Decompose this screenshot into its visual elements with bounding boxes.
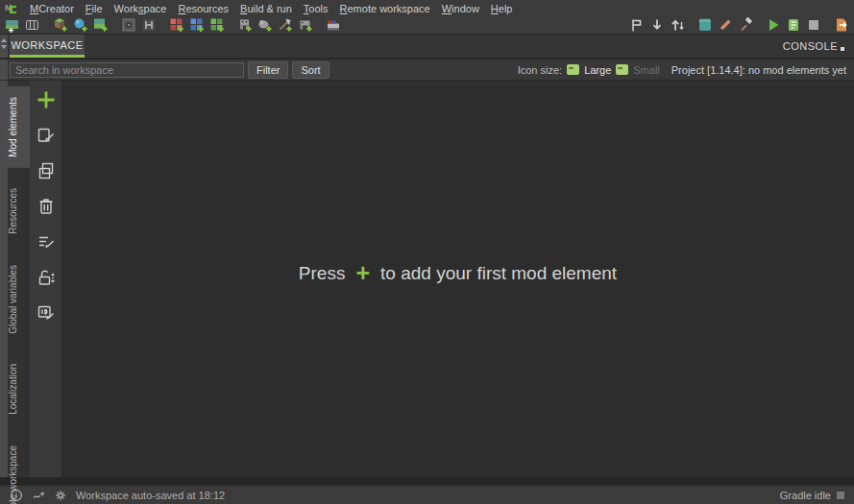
plus-icon: + (355, 261, 370, 285)
tab-console-label: CONSOLE (783, 40, 838, 52)
menu-resources[interactable]: Resources (172, 1, 234, 16)
project-status-text: Project [1.14.4]: no mod elements yet (671, 64, 846, 76)
filter-button[interactable]: Filter (248, 61, 288, 79)
clean-build-icon[interactable] (718, 17, 733, 33)
empty-state-message: Press + to add your first mod element (299, 261, 617, 285)
left-splitter[interactable] (0, 81, 8, 477)
autosave-status-text: Workspace auto-saved at 18:12 (76, 490, 225, 501)
gradle-status-text: Gradle idle (780, 490, 831, 501)
open-workspace-icon[interactable] (25, 17, 40, 33)
new-creature-icon[interactable] (298, 17, 313, 33)
sidebar-item-remote-workspace[interactable]: Remote workspace (8, 435, 30, 504)
duplicate-element-icon[interactable] (36, 160, 57, 181)
connection-icon[interactable] (32, 489, 45, 502)
tab-console[interactable]: CONSOLE (783, 35, 854, 58)
block-tool-icon[interactable] (121, 17, 136, 33)
empty-message-suffix: to add your first mod element (380, 263, 617, 284)
panel-collapse-handle-extension (0, 60, 8, 80)
gradle-status: Gradle idle (780, 490, 844, 501)
delete-element-icon[interactable] (36, 196, 57, 217)
menu-workspace[interactable]: Workspace (109, 1, 173, 16)
item-tool-icon[interactable] (141, 17, 157, 33)
new-tool-icon[interactable] (278, 17, 293, 33)
mod-elements-empty-area: Press + to add your first mod element (61, 81, 854, 477)
view-tab-bar: WORKSPACE CONSOLE (0, 35, 854, 60)
new-armor-texture-icon[interactable] (93, 17, 109, 33)
new-biome-icon[interactable] (257, 17, 273, 33)
menu-build-run[interactable]: Build & run (234, 1, 298, 16)
collapse-down-icon (1, 45, 7, 49)
sidebar-item-localization[interactable]: Localization (8, 353, 30, 425)
new-block-texture-icon[interactable] (53, 17, 68, 33)
run-server-icon[interactable] (786, 17, 801, 33)
build-workspace-icon[interactable] (738, 17, 753, 33)
push-changes-icon[interactable] (670, 17, 685, 33)
add-mod-element-icon[interactable] (36, 89, 57, 110)
new-workspace-icon[interactable] (5, 17, 20, 33)
main-toolbar (0, 16, 854, 35)
version-control-icon[interactable] (629, 17, 645, 33)
gradle-status-icon (837, 492, 844, 499)
edit-element-ids-icon[interactable] (36, 302, 57, 324)
green-texture-pack-icon[interactable] (209, 17, 225, 33)
new-item-texture-icon[interactable] (73, 17, 88, 33)
export-mod-icon[interactable] (834, 17, 849, 33)
blue-texture-pack-icon[interactable] (189, 17, 205, 33)
large-icons-label[interactable]: Large (584, 64, 611, 76)
menu-help[interactable]: Help (485, 1, 519, 16)
menu-window[interactable]: Window (436, 1, 485, 16)
open-console-icon[interactable] (697, 17, 713, 33)
mcreator-logo-icon: M (5, 3, 18, 14)
red-texture-pack-icon[interactable] (169, 17, 184, 33)
run-client-icon[interactable] (766, 17, 781, 33)
icon-size-label: Icon size: (518, 64, 562, 76)
workspace-search-bar: Filter Sort Icon size: Large Small Proje… (0, 60, 854, 81)
menu-remote-workspace[interactable]: Remote workspace (334, 1, 436, 16)
sidebar-section-tabs: Mod elements Resources Global variables … (8, 81, 30, 477)
edit-registry-names-icon[interactable] (36, 231, 57, 252)
mcreator-window: M MCreator File Workspace Resources Buil… (0, 0, 854, 504)
tab-workspace[interactable]: WORKSPACE (10, 35, 85, 58)
search-input[interactable] (10, 62, 244, 78)
empty-message-prefix: Press (299, 263, 346, 284)
collapse-up-icon (1, 38, 7, 42)
sort-button[interactable]: Sort (292, 61, 329, 79)
small-icons-label[interactable]: Small (633, 64, 660, 76)
new-mob-icon[interactable] (237, 17, 253, 33)
small-icons-icon[interactable] (616, 64, 628, 75)
tab-workspace-label: WORKSPACE (11, 39, 83, 51)
edit-element-icon[interactable] (36, 125, 57, 146)
menu-mcreator[interactable]: MCreator (24, 1, 80, 16)
sidebar-item-global-variables[interactable]: Global variables (8, 254, 30, 345)
large-icons-icon[interactable] (567, 64, 579, 75)
element-actions-toolbar (30, 81, 61, 477)
menu-bar: M MCreator File Workspace Resources Buil… (0, 0, 854, 16)
workspace-content: Mod elements Resources Global variables … (0, 81, 854, 477)
stop-gradle-icon[interactable] (806, 17, 821, 33)
pull-changes-icon[interactable] (649, 17, 665, 33)
bottom-divider (0, 477, 854, 485)
status-bar: Workspace auto-saved at 18:12 Gradle idl… (0, 485, 854, 504)
new-bed-icon[interactable] (326, 17, 341, 33)
panel-collapse-handle[interactable] (0, 35, 8, 58)
settings-gear-icon[interactable] (54, 489, 67, 502)
console-indicator-dot (841, 47, 844, 51)
menu-tools[interactable]: Tools (298, 1, 334, 16)
sidebar-item-mod-elements[interactable]: Mod elements (8, 86, 30, 168)
sidebar-item-resources[interactable]: Resources (8, 178, 30, 245)
menu-file[interactable]: File (80, 1, 109, 16)
lock-element-icon[interactable] (36, 267, 57, 288)
